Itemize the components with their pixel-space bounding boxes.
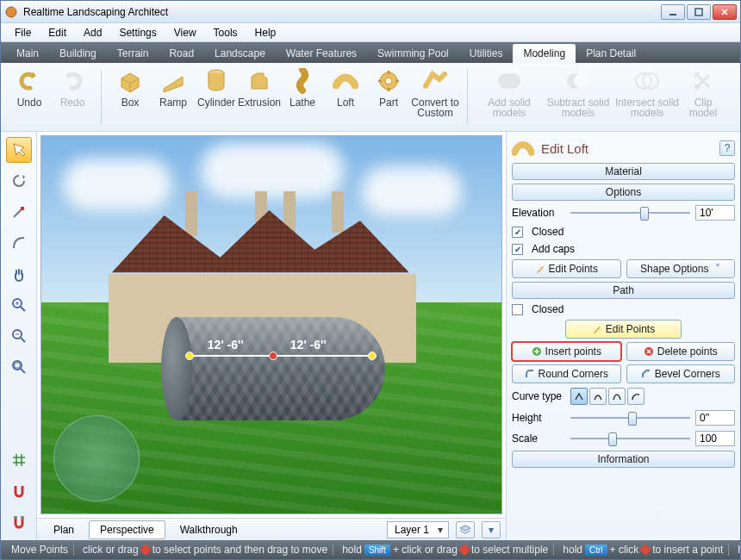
tabbar: Main Building Terrain Road Landscape Wat… xyxy=(1,42,740,63)
close-button[interactable] xyxy=(713,4,737,20)
svg-point-5 xyxy=(385,78,392,84)
addcaps-checkbox[interactable]: ✔ xyxy=(512,244,523,255)
svg-rect-20 xyxy=(21,516,24,519)
cylinder-button[interactable]: Cylinder xyxy=(195,66,238,125)
pan-tool[interactable] xyxy=(6,261,32,287)
tab-road[interactable]: Road xyxy=(159,44,204,63)
information-section[interactable]: Information xyxy=(512,451,735,468)
menu-help[interactable]: Help xyxy=(246,25,285,40)
tab-terrain[interactable]: Terrain xyxy=(107,44,159,63)
menu-add[interactable]: Add xyxy=(75,25,110,40)
properties-panel: Edit Loft ? Material Options Elevation10… xyxy=(506,132,740,540)
scale-slider[interactable] xyxy=(570,432,690,445)
subtract-solid-icon xyxy=(564,66,593,96)
left-toolbar xyxy=(1,132,37,540)
redo-button[interactable]: Redo xyxy=(51,66,94,125)
menu-tools[interactable]: Tools xyxy=(205,25,246,40)
convert-button[interactable]: Convert to Custom xyxy=(410,66,460,125)
elevation-slider[interactable] xyxy=(570,206,690,220)
svg-point-12 xyxy=(694,84,700,90)
viewport-3d[interactable]: 12' -6'' 12' -6'' xyxy=(40,135,502,514)
tab-modeling[interactable]: Modeling xyxy=(513,44,576,63)
lathe-icon xyxy=(288,66,317,96)
undo-button[interactable]: Undo xyxy=(8,66,51,125)
insert-points-button[interactable]: Insert points xyxy=(512,342,621,361)
curve-sharp-icon[interactable] xyxy=(570,388,588,405)
view-tabs: Plan Perspective Walkthrough Layer 1 ▾ xyxy=(37,518,506,540)
point-icon xyxy=(458,544,470,556)
tab-plandetail[interactable]: Plan Detail xyxy=(576,44,646,63)
point-icon xyxy=(140,544,152,556)
snap-tool[interactable] xyxy=(6,478,32,504)
scale-value[interactable]: 100 xyxy=(695,431,735,446)
round-corners-button[interactable]: Round Corners xyxy=(512,364,621,383)
nav-disc[interactable] xyxy=(53,415,140,501)
move-point-tool[interactable] xyxy=(6,199,32,225)
loft-button[interactable]: Loft xyxy=(324,66,367,125)
status-mode: Move Points xyxy=(6,544,74,556)
height-value[interactable]: 0'' xyxy=(695,410,735,426)
subtract-solid-button: Subtract solid models xyxy=(544,66,613,125)
path-section[interactable]: Path xyxy=(512,282,735,299)
curve-tool[interactable] xyxy=(6,230,32,256)
svg-point-7 xyxy=(505,73,520,89)
select-tool[interactable] xyxy=(6,137,32,163)
svg-rect-2 xyxy=(695,9,702,16)
layer-select[interactable]: Layer 1 xyxy=(387,521,449,538)
curve-smooth-icon[interactable] xyxy=(589,388,607,405)
menu-view[interactable]: View xyxy=(165,25,205,40)
maximize-button[interactable] xyxy=(687,4,711,20)
path-closed-checkbox[interactable] xyxy=(512,304,523,315)
intersect-solid-button: Intersect solid models xyxy=(613,66,682,125)
ramp-icon xyxy=(159,66,188,96)
tab-landscape[interactable]: Landscape xyxy=(204,44,276,63)
bevel-corners-button[interactable]: Bevel Corners xyxy=(626,364,736,383)
viewtab-plan[interactable]: Plan xyxy=(42,520,85,539)
curve-bezier-icon[interactable] xyxy=(608,388,626,405)
tab-building[interactable]: Building xyxy=(49,44,107,63)
tab-utilities[interactable]: Utilities xyxy=(459,44,514,63)
scale-label: Scale xyxy=(512,432,565,445)
loft-icon xyxy=(331,66,360,96)
magnet-tool[interactable] xyxy=(6,509,32,535)
grid-tool[interactable] xyxy=(6,447,32,473)
svg-point-13 xyxy=(694,72,700,78)
curve-arc-icon[interactable] xyxy=(627,388,644,405)
path-edit-points-button[interactable]: Edit Points xyxy=(565,320,682,339)
zoom-in-tool[interactable] xyxy=(6,292,32,318)
delete-points-button[interactable]: Delete points xyxy=(626,342,736,361)
layers-button[interactable] xyxy=(456,521,475,538)
elevation-value[interactable]: 10' xyxy=(695,205,735,221)
dim-b: 12' -6'' xyxy=(290,338,327,352)
rotate-tool[interactable] xyxy=(6,168,32,194)
help-button[interactable]: ? xyxy=(719,140,735,156)
menu-file[interactable]: File xyxy=(6,25,40,40)
material-section[interactable]: Material xyxy=(512,163,735,180)
lathe-button[interactable]: Lathe xyxy=(281,66,324,125)
menu-settings[interactable]: Settings xyxy=(110,25,165,40)
tab-water[interactable]: Water Features xyxy=(276,44,367,63)
dim-a: 12' -6'' xyxy=(208,338,244,352)
viewtab-walkthrough[interactable]: Walkthrough xyxy=(169,520,249,539)
clip-icon xyxy=(688,66,718,96)
closed-checkbox[interactable]: ✔ xyxy=(512,227,523,238)
tab-main[interactable]: Main xyxy=(6,44,49,63)
tab-pool[interactable]: Swimming Pool xyxy=(367,44,459,63)
zoom-fit-tool[interactable] xyxy=(6,354,32,380)
height-slider[interactable] xyxy=(570,411,690,425)
viewtab-perspective[interactable]: Perspective xyxy=(89,520,165,539)
ramp-button[interactable]: Ramp xyxy=(152,66,195,125)
options-section[interactable]: Options xyxy=(512,184,735,201)
svg-rect-18 xyxy=(15,363,20,368)
shape-options-button[interactable]: Shape Options˅ xyxy=(626,259,736,278)
extrusion-button[interactable]: Extrusion xyxy=(238,66,281,125)
part-icon xyxy=(374,66,403,96)
box-button[interactable]: Box xyxy=(109,66,152,125)
menu-edit[interactable]: Edit xyxy=(40,25,75,40)
part-button[interactable]: Part xyxy=(367,66,410,125)
minimize-button[interactable] xyxy=(661,4,685,20)
layer-dropdown[interactable]: ▾ xyxy=(482,521,501,538)
zoom-out-tool[interactable] xyxy=(6,323,32,349)
loft-object[interactable]: 12' -6'' 12' -6'' xyxy=(161,317,385,420)
edit-points-button[interactable]: Edit Points xyxy=(512,259,621,278)
